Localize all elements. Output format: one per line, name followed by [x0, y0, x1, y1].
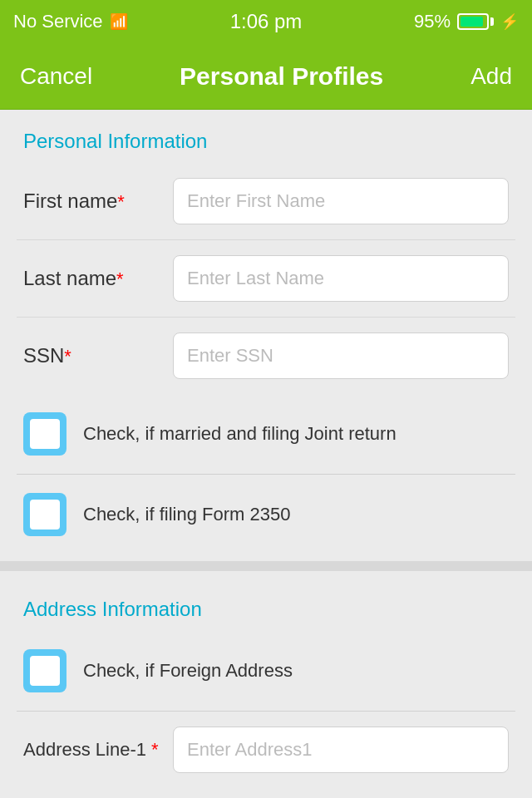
required-star-4: * — [151, 739, 159, 760]
ssn-row: SSN* — [17, 318, 515, 394]
battery-fill — [461, 17, 483, 27]
foreign-address-checkbox[interactable] — [23, 649, 66, 692]
address-info-section: Address Information Check, if Foreign Ad… — [0, 578, 532, 788]
checkbox-inner — [30, 419, 60, 449]
foreign-address-label: Check, if Foreign Address — [83, 659, 293, 683]
battery-percent: 95% — [414, 11, 451, 32]
address-info-header: Address Information — [0, 578, 532, 631]
married-joint-checkbox[interactable] — [23, 412, 66, 456]
charging-icon: ⚡ — [500, 12, 519, 31]
first-name-input[interactable] — [173, 178, 509, 224]
section-divider — [0, 561, 532, 571]
status-time: 1:06 pm — [230, 10, 303, 33]
checkbox-inner-2 — [30, 500, 60, 530]
content: Personal Information First name* Last na… — [0, 110, 532, 798]
required-star: * — [117, 191, 125, 212]
address1-input[interactable] — [173, 727, 509, 773]
no-service-text: No Service — [13, 11, 103, 32]
married-joint-label: Check, if married and filing Joint retur… — [83, 422, 397, 446]
ssn-input[interactable] — [173, 332, 509, 379]
address-form: Address Line-1 * — [0, 712, 532, 788]
form-2350-checkbox[interactable] — [23, 493, 66, 536]
last-name-label: Last name* — [23, 267, 173, 290]
status-right: 95% ⚡ — [414, 11, 519, 32]
first-name-label: First name* — [23, 190, 173, 213]
last-name-input[interactable] — [173, 255, 509, 302]
form-2350-row: Check, if filing Form 2350 — [0, 475, 532, 554]
page-title: Personal Profiles — [180, 62, 383, 91]
personal-info-form: First name* Last name* SSN* — [0, 163, 532, 394]
address1-label: Address Line-1 * — [23, 739, 173, 761]
required-star-2: * — [116, 268, 124, 289]
foreign-address-row: Check, if Foreign Address — [0, 631, 532, 711]
cancel-button[interactable]: Cancel — [20, 57, 92, 96]
status-left: No Service 📶 — [13, 11, 128, 32]
first-name-row: First name* — [17, 163, 515, 240]
battery-icon — [457, 13, 494, 30]
required-star-3: * — [64, 346, 71, 367]
address1-row: Address Line-1 * — [17, 712, 515, 788]
battery-body — [457, 13, 489, 30]
wifi-icon: 📶 — [110, 12, 128, 31]
nav-bar: Cancel Personal Profiles Add — [0, 43, 532, 110]
personal-info-header: Personal Information — [0, 110, 532, 163]
personal-info-section: Personal Information First name* Last na… — [0, 110, 532, 554]
form-2350-label: Check, if filing Form 2350 — [83, 503, 290, 527]
status-bar: No Service 📶 1:06 pm 95% ⚡ — [0, 0, 532, 43]
last-name-row: Last name* — [17, 240, 515, 318]
ssn-label: SSN* — [23, 344, 173, 367]
checkbox-inner-3 — [30, 656, 60, 686]
add-button[interactable]: Add — [470, 57, 512, 96]
battery-tip — [490, 17, 494, 26]
married-joint-row: Check, if married and filing Joint retur… — [0, 394, 532, 474]
